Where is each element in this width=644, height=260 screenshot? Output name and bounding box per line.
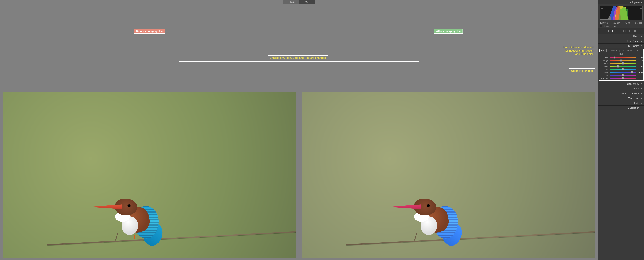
svg-point-6 xyxy=(629,31,630,32)
slider-track[interactable] xyxy=(610,75,636,76)
meta-focal: 500 mm xyxy=(612,22,620,24)
section-effects[interactable]: Effects ◀ xyxy=(598,101,644,105)
slider-value: + 67 xyxy=(637,71,643,73)
tab-all[interactable]: All xyxy=(634,49,640,52)
slider-value: 0 xyxy=(637,74,643,76)
slider-label: Orange xyxy=(600,59,608,62)
slider-track[interactable] xyxy=(610,72,636,73)
slider-track[interactable] xyxy=(610,66,636,67)
hue-slider-orange[interactable]: Orange– 11 xyxy=(600,59,643,62)
tool-strip xyxy=(598,28,644,34)
before-photo xyxy=(2,92,296,258)
svg-rect-4 xyxy=(618,30,620,32)
hue-slider-yellow[interactable]: Yellow0 xyxy=(600,62,643,65)
hsl-subtitle: Hue xyxy=(602,52,640,56)
brush-size-slider[interactable] xyxy=(628,30,642,32)
section-split-toning-label: Split Toning xyxy=(627,82,639,85)
chevron-down-icon: ▼ xyxy=(640,45,642,47)
section-tone-curve[interactable]: Tone Curve ◀ xyxy=(598,39,644,43)
section-transform[interactable]: Transform ◀ xyxy=(598,96,644,101)
slider-label: Purple xyxy=(600,74,608,76)
highlight-clip-indicator[interactable] xyxy=(640,6,642,9)
section-basic[interactable]: Basic ◀ xyxy=(598,34,644,39)
radial-tool-icon[interactable] xyxy=(622,29,626,33)
slider-knob[interactable] xyxy=(614,56,616,59)
chevron-left-icon: ◀ xyxy=(641,107,642,109)
section-lens-corrections[interactable]: Lens Corrections ◀ xyxy=(598,91,644,96)
section-detail[interactable]: Detail ◀ xyxy=(598,86,644,91)
section-lens-label: Lens Corrections xyxy=(621,92,639,95)
section-basic-label: Basic xyxy=(633,35,639,38)
chevron-left-icon: ◀ xyxy=(641,92,642,94)
slider-value: – 61 xyxy=(637,56,643,59)
hue-sliders-note: Hue sliders are adjusted for Red, Orange… xyxy=(562,45,595,57)
slider-track[interactable] xyxy=(610,69,636,70)
slider-label: Yellow xyxy=(600,62,608,65)
develop-panel: Histogram ▼ ISO 560 500 mm ƒ / 8.0 ¹⁄₅₀₀… xyxy=(598,0,644,260)
before-pane: Before changing Hue xyxy=(0,0,299,260)
compare-view: Before After Before cha xyxy=(0,0,598,260)
slider-knob[interactable] xyxy=(620,59,622,62)
section-split-toning[interactable]: Split Toning ◀ xyxy=(598,81,644,86)
histogram[interactable] xyxy=(600,6,642,20)
hsl-body: Hue Saturation | Luminance | All Hue Red… xyxy=(598,48,644,81)
targeted-adjustment-icon[interactable] xyxy=(600,53,602,55)
svg-point-5 xyxy=(623,30,626,32)
hue-slider-purple[interactable]: Purple0 xyxy=(600,74,643,77)
hue-sliders: Red– 61Orange– 11Yellow0Green– 38Aqua0Bl… xyxy=(598,56,644,81)
histogram-metadata: ISO 560 500 mm ƒ / 8.0 ¹⁄₅₀₀ sec xyxy=(598,21,644,25)
slider-knob[interactable] xyxy=(622,77,624,79)
hue-slider-green[interactable]: Green– 38 xyxy=(600,65,643,68)
svg-rect-0 xyxy=(601,30,603,32)
gradient-tool-icon[interactable] xyxy=(617,29,621,33)
tab-saturation[interactable]: Saturation xyxy=(606,49,619,52)
section-effects-label: Effects xyxy=(632,102,639,104)
after-pane: After changing Hue Hue sliders are adjus… xyxy=(299,0,598,260)
compare-tab-after[interactable]: After xyxy=(299,0,315,4)
slider-track[interactable] xyxy=(610,57,636,58)
tab-luminance[interactable]: Luminance xyxy=(620,49,633,52)
shades-changed-arrow xyxy=(180,61,419,62)
chevron-left-icon: ◀ xyxy=(641,83,642,85)
slider-knob[interactable] xyxy=(622,68,624,71)
spot-tool-icon[interactable] xyxy=(606,29,610,33)
hue-slider-magenta[interactable]: Magenta0 xyxy=(600,77,643,80)
redeye-tool-icon[interactable] xyxy=(612,29,615,33)
compare-tabs: Before After xyxy=(284,0,315,4)
slider-knob[interactable] xyxy=(617,65,619,68)
tab-hue[interactable]: Hue xyxy=(600,49,606,52)
before-chip: Before changing Hue xyxy=(134,29,165,34)
section-detail-label: Detail xyxy=(633,87,639,90)
shadow-clip-indicator[interactable] xyxy=(601,6,603,9)
slider-value: – 11 xyxy=(637,59,643,62)
histogram-chart xyxy=(600,6,642,20)
slider-track[interactable] xyxy=(610,60,636,61)
section-hsl-header[interactable]: HSL / Color ▼ xyxy=(598,44,644,48)
slider-value: 0 xyxy=(637,68,643,71)
original-photo-row[interactable]: Original Photo xyxy=(598,25,644,28)
after-photo xyxy=(302,92,596,258)
section-hsl-label: HSL / Color xyxy=(626,45,639,47)
slider-track[interactable] xyxy=(610,63,636,64)
compare-tab-before[interactable]: Before xyxy=(284,0,299,4)
crop-tool-icon[interactable] xyxy=(600,29,604,33)
section-calibration[interactable]: Calibration ◀ xyxy=(598,106,644,110)
slider-knob[interactable] xyxy=(631,71,633,73)
original-photo-checkbox[interactable] xyxy=(600,25,602,27)
after-chip: After changing Hue xyxy=(434,29,463,34)
histogram-header[interactable]: Histogram ▼ xyxy=(598,0,644,5)
svg-point-1 xyxy=(607,30,609,32)
chevron-left-icon: ◀ xyxy=(641,102,642,104)
original-photo-label: Original Photo xyxy=(604,25,616,27)
slider-knob[interactable] xyxy=(622,62,624,65)
section-hsl-color: HSL / Color ▼ Hue Saturation | Luminance… xyxy=(598,43,644,81)
hue-note-l1: Hue sliders are adjusted xyxy=(564,46,594,49)
hue-slider-red[interactable]: Red– 61 xyxy=(600,56,643,59)
chevron-down-icon: ▼ xyxy=(641,1,642,3)
slider-track[interactable] xyxy=(610,78,636,79)
hue-slider-blue[interactable]: Blue+ 67 xyxy=(600,71,643,74)
chevron-left-icon: ◀ xyxy=(641,35,642,37)
slider-knob[interactable] xyxy=(622,74,624,76)
hue-slider-aqua[interactable]: Aqua0 xyxy=(600,68,643,71)
slider-label: Red xyxy=(600,56,608,59)
